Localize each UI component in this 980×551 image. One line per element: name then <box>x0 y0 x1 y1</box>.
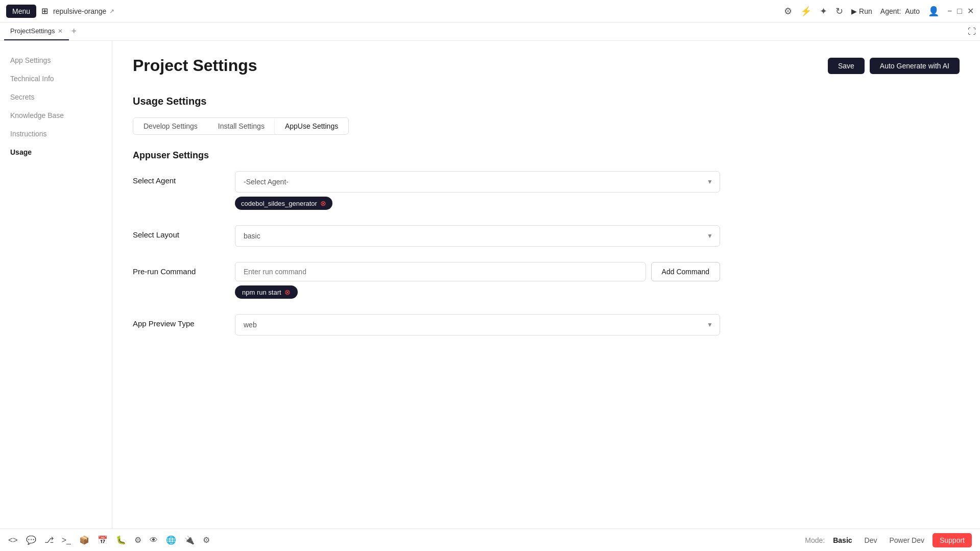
mode-powerdev-button[interactable]: Power Dev <box>885 534 928 546</box>
globe-icon[interactable]: 🌐 <box>166 535 176 545</box>
settings-icon[interactable]: ⚙ <box>784 6 792 17</box>
sidebar-item-knowledge-base[interactable]: Knowledge Base <box>0 106 112 125</box>
app-preview-type-field: web ▼ <box>235 314 720 336</box>
refresh-icon[interactable]: ↻ <box>835 6 843 17</box>
agent-text: Agent: <box>880 7 901 15</box>
select-agent-dropdown[interactable]: -Select Agent- <box>235 171 720 193</box>
app-preview-type-dropdown[interactable]: web <box>235 314 720 336</box>
menu-button[interactable]: Menu <box>6 5 36 18</box>
sidebar-item-instructions[interactable]: Instructions <box>0 125 112 143</box>
section-title: Usage Settings <box>133 95 960 107</box>
app-preview-type-wrapper: web ▼ <box>235 314 720 336</box>
run-icon: ▶ <box>851 7 857 15</box>
window-controls: − □ ✕ <box>947 6 974 16</box>
select-layout-label: Select Layout <box>133 225 235 239</box>
sidebar-item-technical-info[interactable]: Technical Info <box>0 69 112 88</box>
tab-project-settings[interactable]: ProjectSettings ✕ <box>4 22 69 40</box>
select-agent-row: Select Agent -Select Agent- ▼ codebol_si… <box>133 171 960 210</box>
content-area: Project Settings Save Auto Generate with… <box>112 41 980 529</box>
user-icon[interactable]: 👤 <box>928 6 939 17</box>
command-tag-label: npm run start <box>242 289 281 296</box>
bottom-icons: <> 💬 ⎇ >_ 📦 📅 🐛 ⚙ 👁 🌐 🔌 ⚙ <box>8 535 210 545</box>
sidebar-item-secrets[interactable]: Secrets <box>0 88 112 106</box>
mode-dev-button[interactable]: Dev <box>861 534 881 546</box>
sidebar-label: Usage <box>10 148 32 156</box>
sidebar-label: App Settings <box>10 56 51 64</box>
tab-appuse-settings[interactable]: AppUse Settings <box>275 118 348 134</box>
select-layout-row: Select Layout basic ▼ <box>133 225 960 247</box>
subsection-title: Appuser Settings <box>133 150 960 161</box>
plug-icon[interactable]: 🔌 <box>184 535 195 545</box>
sidebar-label: Knowledge Base <box>10 111 64 119</box>
agent-label: Agent: Auto <box>880 7 920 15</box>
tag-close-icon: ⊗ <box>284 288 291 296</box>
bottom-right: Mode: Basic Dev Power Dev Support <box>805 533 972 547</box>
select-agent-wrapper: -Select Agent- ▼ <box>235 171 720 193</box>
auto-generate-button[interactable]: Auto Generate with AI <box>870 58 960 74</box>
run-label: Run <box>859 7 872 15</box>
top-bar-left: Menu ⊞ repulsive-orange ↗ <box>6 5 114 18</box>
run-button[interactable]: ▶ Run <box>851 7 872 15</box>
select-agent-label: Select Agent <box>133 171 235 185</box>
project-name: repulsive-orange ↗ <box>53 7 114 15</box>
code-icon[interactable]: <> <box>8 536 18 545</box>
branch-icon[interactable]: ⎇ <box>44 535 54 545</box>
select-agent-field: -Select Agent- ▼ codebol_sildes_generato… <box>235 171 720 210</box>
select-layout-wrapper: basic ▼ <box>235 225 720 247</box>
project-name-text: repulsive-orange <box>53 7 106 15</box>
tab-add-button[interactable]: + <box>71 26 77 37</box>
select-layout-dropdown[interactable]: basic <box>235 225 720 247</box>
usage-settings-section: Usage Settings Develop Settings Install … <box>133 95 960 336</box>
mode-label: Mode: <box>805 536 825 544</box>
settings-tabs: Develop Settings Install Settings AppUse… <box>133 117 349 135</box>
terminal-icon[interactable]: >_ <box>62 536 71 545</box>
tab-install-settings[interactable]: Install Settings <box>208 118 275 134</box>
agent-tag: codebol_sildes_generator ⊗ <box>235 197 332 210</box>
pre-run-command-label: Pre-run Command <box>133 262 235 276</box>
app-preview-type-label: App Preview Type <box>133 314 235 328</box>
tag-close-icon: ⊗ <box>320 199 326 207</box>
tab-develop-settings[interactable]: Develop Settings <box>133 118 208 134</box>
top-bar: Menu ⊞ repulsive-orange ↗ ⚙ ⚡ ✦ ↻ ▶ Run … <box>0 0 980 22</box>
chat-icon[interactable]: 💬 <box>26 535 36 545</box>
save-button[interactable]: Save <box>828 58 865 74</box>
mode-basic-button[interactable]: Basic <box>829 534 856 546</box>
header-actions: Save Auto Generate with AI <box>828 58 960 74</box>
settings2-icon[interactable]: ⚙ <box>203 535 210 545</box>
maximize-button[interactable]: □ <box>957 6 962 16</box>
gear-icon[interactable]: ⚙ <box>134 535 141 545</box>
page-header: Project Settings Save Auto Generate with… <box>133 56 960 75</box>
sidebar-toggle-icon[interactable]: ⊞ <box>41 6 48 16</box>
eye-icon[interactable]: 👁 <box>150 536 158 545</box>
app-preview-type-row: App Preview Type web ▼ <box>133 314 960 336</box>
command-tag: npm run start ⊗ <box>235 285 298 299</box>
package-icon[interactable]: 📦 <box>79 535 89 545</box>
support-button[interactable]: Support <box>933 533 972 547</box>
sidebar-label: Secrets <box>10 93 34 101</box>
sidebar-item-usage[interactable]: Usage <box>0 143 112 161</box>
sparkle-icon[interactable]: ✦ <box>820 6 827 17</box>
command-tag-remove-button[interactable]: ⊗ <box>284 288 291 296</box>
fullscreen-button[interactable]: ⛶ <box>968 27 976 36</box>
external-link-icon[interactable]: ↗ <box>109 8 114 15</box>
agent-value: Auto <box>905 7 920 15</box>
add-command-button[interactable]: Add Command <box>651 262 720 281</box>
minimize-button[interactable]: − <box>947 6 952 16</box>
command-input[interactable] <box>235 262 646 281</box>
sidebar: App Settings Technical Info Secrets Know… <box>0 41 112 529</box>
sidebar-item-app-settings[interactable]: App Settings <box>0 51 112 69</box>
select-layout-field: basic ▼ <box>235 225 720 247</box>
sidebar-label: Instructions <box>10 130 47 138</box>
bug-icon[interactable]: 🐛 <box>116 535 126 545</box>
lightning-icon[interactable]: ⚡ <box>800 6 811 17</box>
tab-close-button[interactable]: ✕ <box>58 28 63 35</box>
sidebar-label: Technical Info <box>10 75 54 83</box>
tab-bar-right: ⛶ <box>968 27 976 36</box>
close-button[interactable]: ✕ <box>967 6 974 16</box>
agent-tag-remove-button[interactable]: ⊗ <box>320 199 326 207</box>
calendar-icon[interactable]: 📅 <box>98 535 108 545</box>
top-bar-right: ⚙ ⚡ ✦ ↻ ▶ Run Agent: Auto 👤 − □ ✕ <box>784 6 974 17</box>
main-layout: App Settings Technical Info Secrets Know… <box>0 41 980 529</box>
tab-label: ProjectSettings <box>10 27 55 35</box>
command-input-row: Add Command <box>235 262 720 281</box>
